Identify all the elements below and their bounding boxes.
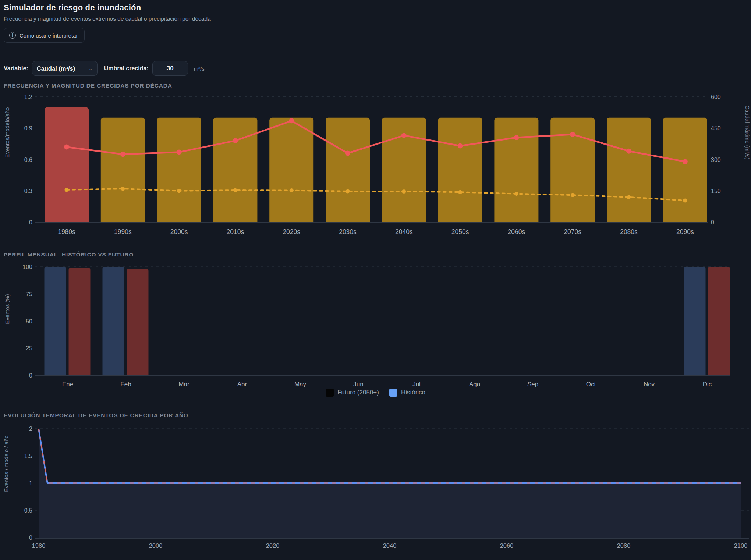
month-label: Jun bbox=[353, 381, 363, 388]
month-bar-Ene-historico[interactable] bbox=[45, 267, 66, 379]
decade-label: 1990s bbox=[114, 228, 132, 235]
line-point-2030s[interactable] bbox=[345, 150, 350, 156]
right-tick: 600 bbox=[711, 94, 721, 100]
year-label: 2100 bbox=[734, 542, 748, 549]
decade-bar-1980s[interactable] bbox=[45, 107, 89, 227]
annual-evolution-chart: 00.511.52Eventos / modelo / año198020002… bbox=[0, 421, 751, 560]
right-tick: 450 bbox=[711, 125, 721, 131]
threshold-unit: m³/s bbox=[194, 65, 205, 72]
month-label: Jul bbox=[412, 381, 421, 388]
threshold-input[interactable] bbox=[152, 61, 188, 76]
y-tick: 50 bbox=[26, 318, 32, 325]
decade-bar-2000s[interactable] bbox=[157, 118, 201, 227]
decade-bar-2010s[interactable] bbox=[213, 118, 257, 227]
chart2-title: PERFIL MENSUAL: HISTÓRICO VS FUTURO bbox=[4, 251, 134, 258]
year-label: 2040 bbox=[383, 542, 397, 549]
decade-label: 2080s bbox=[620, 228, 638, 235]
line-point-1990s[interactable] bbox=[121, 187, 125, 191]
decade-bar-2060s[interactable] bbox=[494, 118, 538, 227]
line-point-2070s[interactable] bbox=[570, 132, 575, 137]
left-axis-title: Eventos/modelo/año bbox=[4, 107, 10, 158]
page-subtitle: Frecuencia y magnitud de eventos extremo… bbox=[4, 15, 211, 22]
month-label: Ago bbox=[469, 381, 480, 388]
line-point-2050s[interactable] bbox=[458, 143, 463, 149]
right-tick: 300 bbox=[711, 157, 721, 163]
help-button[interactable]: i Como usar e interpretar bbox=[4, 28, 85, 43]
y-tick: 1.5 bbox=[24, 453, 32, 459]
year-label: 2080 bbox=[617, 542, 631, 549]
left-tick: 1.2 bbox=[24, 94, 32, 100]
futuro-label: Futuro (2050+) bbox=[337, 389, 379, 396]
line-point-1980s[interactable] bbox=[64, 144, 69, 149]
decade-label: 2010s bbox=[227, 228, 244, 235]
page-title: Simulador de riesgo de inundación bbox=[4, 3, 211, 13]
year-label: 2060 bbox=[500, 542, 514, 549]
decade-bar-2050s[interactable] bbox=[438, 118, 482, 227]
flood-risk-simulator-app: Simulador de riesgo de inundación Frecue… bbox=[0, 0, 751, 560]
decade-bar-2090s[interactable] bbox=[663, 118, 707, 227]
line-point-2020s[interactable] bbox=[289, 118, 294, 123]
line-point-2040s[interactable] bbox=[401, 133, 407, 138]
y-tick: 100 bbox=[22, 264, 32, 270]
line-point-2080s[interactable] bbox=[627, 195, 631, 199]
month-label: Ene bbox=[62, 381, 73, 388]
line-point-2000s[interactable] bbox=[177, 189, 181, 193]
line-point-1990s[interactable] bbox=[120, 152, 125, 157]
line-point-2090s[interactable] bbox=[683, 159, 688, 164]
decade-bar-2020s[interactable] bbox=[269, 118, 313, 227]
decade-bar-1990s[interactable] bbox=[101, 118, 145, 227]
decade-bar-2030s[interactable] bbox=[326, 118, 370, 227]
line-point-2030s[interactable] bbox=[346, 189, 350, 193]
help-button-label: Como usar e interpretar bbox=[20, 32, 78, 39]
legend-item-historico[interactable]: Histórico bbox=[389, 389, 425, 397]
year-label: 1980 bbox=[32, 542, 46, 549]
decade-label: 1980s bbox=[58, 228, 75, 235]
line-point-2050s[interactable] bbox=[458, 190, 462, 194]
month-bar-Feb-futuro[interactable] bbox=[127, 269, 149, 379]
decade-bar-2080s[interactable] bbox=[607, 118, 651, 227]
variable-select[interactable]: Caudal (m³/s) ⌄ bbox=[32, 61, 98, 76]
y-axis-title: Eventos (%) bbox=[4, 294, 10, 324]
line-point-2080s[interactable] bbox=[626, 149, 631, 154]
info-icon: i bbox=[9, 32, 16, 39]
month-label: Oct bbox=[586, 381, 596, 388]
line-point-2060s[interactable] bbox=[514, 135, 519, 140]
line-point-2020s[interactable] bbox=[290, 188, 294, 192]
y-tick: 1 bbox=[29, 480, 32, 486]
decade-label: 2030s bbox=[339, 228, 357, 235]
year-label: 2000 bbox=[149, 542, 163, 549]
year-label: 2020 bbox=[266, 542, 280, 549]
month-bar-Feb-historico[interactable] bbox=[103, 267, 124, 379]
line-point-2090s[interactable] bbox=[683, 198, 687, 202]
decade-label: 2090s bbox=[676, 228, 694, 235]
month-bar-Dic-historico[interactable] bbox=[684, 267, 706, 379]
left-tick: 0.3 bbox=[24, 188, 32, 194]
line-point-2010s[interactable] bbox=[233, 138, 238, 143]
header-divider bbox=[0, 47, 751, 47]
legend-item-futuro[interactable]: Futuro (2050+) bbox=[326, 389, 379, 397]
y-axis-title: Eventos / modelo / año bbox=[3, 435, 9, 492]
month-label: May bbox=[294, 381, 307, 388]
left-tick: 0.6 bbox=[24, 157, 32, 163]
header: Simulador de riesgo de inundación Frecue… bbox=[4, 3, 211, 43]
historico-swatch bbox=[389, 389, 397, 397]
decade-label: 2060s bbox=[508, 228, 525, 235]
line-point-2060s[interactable] bbox=[514, 192, 518, 196]
line-point-2010s[interactable] bbox=[233, 188, 237, 192]
decade-label: 2040s bbox=[395, 228, 413, 235]
month-label: Abr bbox=[237, 381, 247, 388]
line-point-2000s[interactable] bbox=[177, 150, 182, 155]
month-label: Dic bbox=[703, 381, 712, 388]
right-tick: 0 bbox=[711, 219, 714, 226]
line-point-2070s[interactable] bbox=[571, 193, 575, 197]
y-tick: 0.5 bbox=[24, 507, 32, 514]
month-bar-Dic-futuro[interactable] bbox=[708, 267, 730, 379]
line-point-2040s[interactable] bbox=[402, 189, 406, 194]
line-point-1980s[interactable] bbox=[65, 188, 69, 192]
decade-label: 2000s bbox=[170, 228, 188, 235]
month-bar-Ene-futuro[interactable] bbox=[69, 268, 91, 379]
y-tick: 25 bbox=[26, 345, 32, 351]
decade-label: 2070s bbox=[564, 228, 581, 235]
month-label: Sep bbox=[527, 381, 538, 388]
variable-select-value: Caudal (m³/s) bbox=[37, 65, 75, 72]
